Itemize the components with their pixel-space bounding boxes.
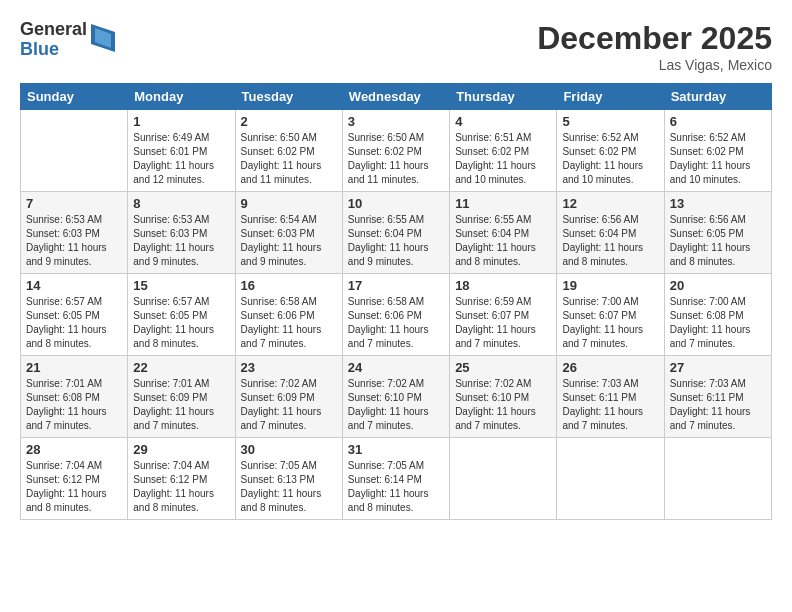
day-info: Sunrise: 6:55 AMSunset: 6:04 PMDaylight:… [348, 213, 444, 269]
calendar-cell: 10Sunrise: 6:55 AMSunset: 6:04 PMDayligh… [342, 192, 449, 274]
day-info: Sunrise: 7:01 AMSunset: 6:08 PMDaylight:… [26, 377, 122, 433]
calendar-cell: 28Sunrise: 7:04 AMSunset: 6:12 PMDayligh… [21, 438, 128, 520]
day-info: Sunrise: 7:02 AMSunset: 6:10 PMDaylight:… [455, 377, 551, 433]
day-number: 11 [455, 196, 551, 211]
calendar-cell [557, 438, 664, 520]
day-number: 12 [562, 196, 658, 211]
calendar-week-4: 21Sunrise: 7:01 AMSunset: 6:08 PMDayligh… [21, 356, 772, 438]
calendar-week-1: 1Sunrise: 6:49 AMSunset: 6:01 PMDaylight… [21, 110, 772, 192]
calendar-cell: 26Sunrise: 7:03 AMSunset: 6:11 PMDayligh… [557, 356, 664, 438]
calendar-cell: 22Sunrise: 7:01 AMSunset: 6:09 PMDayligh… [128, 356, 235, 438]
day-info: Sunrise: 6:52 AMSunset: 6:02 PMDaylight:… [670, 131, 766, 187]
day-number: 16 [241, 278, 337, 293]
day-number: 7 [26, 196, 122, 211]
day-info: Sunrise: 6:56 AMSunset: 6:04 PMDaylight:… [562, 213, 658, 269]
day-number: 4 [455, 114, 551, 129]
day-number: 13 [670, 196, 766, 211]
calendar-table: SundayMondayTuesdayWednesdayThursdayFrid… [20, 83, 772, 520]
day-info: Sunrise: 6:51 AMSunset: 6:02 PMDaylight:… [455, 131, 551, 187]
header-thursday: Thursday [450, 84, 557, 110]
calendar-week-5: 28Sunrise: 7:04 AMSunset: 6:12 PMDayligh… [21, 438, 772, 520]
day-info: Sunrise: 7:00 AMSunset: 6:08 PMDaylight:… [670, 295, 766, 351]
day-number: 5 [562, 114, 658, 129]
calendar-cell: 4Sunrise: 6:51 AMSunset: 6:02 PMDaylight… [450, 110, 557, 192]
day-number: 26 [562, 360, 658, 375]
calendar-cell: 9Sunrise: 6:54 AMSunset: 6:03 PMDaylight… [235, 192, 342, 274]
day-number: 29 [133, 442, 229, 457]
day-number: 18 [455, 278, 551, 293]
calendar-cell: 20Sunrise: 7:00 AMSunset: 6:08 PMDayligh… [664, 274, 771, 356]
day-info: Sunrise: 6:50 AMSunset: 6:02 PMDaylight:… [348, 131, 444, 187]
day-info: Sunrise: 6:55 AMSunset: 6:04 PMDaylight:… [455, 213, 551, 269]
day-info: Sunrise: 7:02 AMSunset: 6:09 PMDaylight:… [241, 377, 337, 433]
header-tuesday: Tuesday [235, 84, 342, 110]
calendar-cell: 6Sunrise: 6:52 AMSunset: 6:02 PMDaylight… [664, 110, 771, 192]
calendar-cell: 15Sunrise: 6:57 AMSunset: 6:05 PMDayligh… [128, 274, 235, 356]
day-info: Sunrise: 6:57 AMSunset: 6:05 PMDaylight:… [26, 295, 122, 351]
calendar-cell: 23Sunrise: 7:02 AMSunset: 6:09 PMDayligh… [235, 356, 342, 438]
page-header: General Blue December 2025 Las Vigas, Me… [20, 20, 772, 73]
calendar-cell: 12Sunrise: 6:56 AMSunset: 6:04 PMDayligh… [557, 192, 664, 274]
location-text: Las Vigas, Mexico [537, 57, 772, 73]
header-friday: Friday [557, 84, 664, 110]
day-info: Sunrise: 7:04 AMSunset: 6:12 PMDaylight:… [133, 459, 229, 515]
calendar-cell: 2Sunrise: 6:50 AMSunset: 6:02 PMDaylight… [235, 110, 342, 192]
month-title: December 2025 [537, 20, 772, 57]
calendar-cell: 27Sunrise: 7:03 AMSunset: 6:11 PMDayligh… [664, 356, 771, 438]
day-info: Sunrise: 6:59 AMSunset: 6:07 PMDaylight:… [455, 295, 551, 351]
calendar-cell: 7Sunrise: 6:53 AMSunset: 6:03 PMDaylight… [21, 192, 128, 274]
logo-icon [91, 24, 115, 52]
header-sunday: Sunday [21, 84, 128, 110]
calendar-cell: 29Sunrise: 7:04 AMSunset: 6:12 PMDayligh… [128, 438, 235, 520]
day-number: 27 [670, 360, 766, 375]
day-info: Sunrise: 6:57 AMSunset: 6:05 PMDaylight:… [133, 295, 229, 351]
day-info: Sunrise: 7:02 AMSunset: 6:10 PMDaylight:… [348, 377, 444, 433]
day-info: Sunrise: 6:54 AMSunset: 6:03 PMDaylight:… [241, 213, 337, 269]
calendar-cell [664, 438, 771, 520]
calendar-week-2: 7Sunrise: 6:53 AMSunset: 6:03 PMDaylight… [21, 192, 772, 274]
day-info: Sunrise: 6:49 AMSunset: 6:01 PMDaylight:… [133, 131, 229, 187]
logo-blue-text: Blue [20, 40, 87, 60]
day-number: 23 [241, 360, 337, 375]
day-info: Sunrise: 6:53 AMSunset: 6:03 PMDaylight:… [26, 213, 122, 269]
calendar-week-3: 14Sunrise: 6:57 AMSunset: 6:05 PMDayligh… [21, 274, 772, 356]
day-info: Sunrise: 7:03 AMSunset: 6:11 PMDaylight:… [562, 377, 658, 433]
calendar-cell [21, 110, 128, 192]
calendar-cell: 5Sunrise: 6:52 AMSunset: 6:02 PMDaylight… [557, 110, 664, 192]
day-number: 10 [348, 196, 444, 211]
calendar-cell: 1Sunrise: 6:49 AMSunset: 6:01 PMDaylight… [128, 110, 235, 192]
calendar-cell: 13Sunrise: 6:56 AMSunset: 6:05 PMDayligh… [664, 192, 771, 274]
day-number: 31 [348, 442, 444, 457]
calendar-cell: 16Sunrise: 6:58 AMSunset: 6:06 PMDayligh… [235, 274, 342, 356]
calendar-cell: 17Sunrise: 6:58 AMSunset: 6:06 PMDayligh… [342, 274, 449, 356]
calendar-cell: 14Sunrise: 6:57 AMSunset: 6:05 PMDayligh… [21, 274, 128, 356]
title-section: December 2025 Las Vigas, Mexico [537, 20, 772, 73]
day-number: 28 [26, 442, 122, 457]
logo-general-text: General [20, 20, 87, 40]
day-info: Sunrise: 7:00 AMSunset: 6:07 PMDaylight:… [562, 295, 658, 351]
day-info: Sunrise: 7:05 AMSunset: 6:14 PMDaylight:… [348, 459, 444, 515]
day-number: 2 [241, 114, 337, 129]
day-info: Sunrise: 6:58 AMSunset: 6:06 PMDaylight:… [241, 295, 337, 351]
day-number: 6 [670, 114, 766, 129]
day-info: Sunrise: 6:56 AMSunset: 6:05 PMDaylight:… [670, 213, 766, 269]
day-info: Sunrise: 7:01 AMSunset: 6:09 PMDaylight:… [133, 377, 229, 433]
header-saturday: Saturday [664, 84, 771, 110]
day-number: 14 [26, 278, 122, 293]
calendar-cell: 19Sunrise: 7:00 AMSunset: 6:07 PMDayligh… [557, 274, 664, 356]
calendar-cell: 31Sunrise: 7:05 AMSunset: 6:14 PMDayligh… [342, 438, 449, 520]
day-info: Sunrise: 7:05 AMSunset: 6:13 PMDaylight:… [241, 459, 337, 515]
calendar-cell: 18Sunrise: 6:59 AMSunset: 6:07 PMDayligh… [450, 274, 557, 356]
day-info: Sunrise: 6:52 AMSunset: 6:02 PMDaylight:… [562, 131, 658, 187]
header-wednesday: Wednesday [342, 84, 449, 110]
calendar-cell: 30Sunrise: 7:05 AMSunset: 6:13 PMDayligh… [235, 438, 342, 520]
day-number: 25 [455, 360, 551, 375]
calendar-cell: 24Sunrise: 7:02 AMSunset: 6:10 PMDayligh… [342, 356, 449, 438]
day-number: 17 [348, 278, 444, 293]
calendar-cell: 25Sunrise: 7:02 AMSunset: 6:10 PMDayligh… [450, 356, 557, 438]
day-info: Sunrise: 7:03 AMSunset: 6:11 PMDaylight:… [670, 377, 766, 433]
day-number: 1 [133, 114, 229, 129]
day-number: 9 [241, 196, 337, 211]
calendar-cell: 8Sunrise: 6:53 AMSunset: 6:03 PMDaylight… [128, 192, 235, 274]
day-number: 24 [348, 360, 444, 375]
